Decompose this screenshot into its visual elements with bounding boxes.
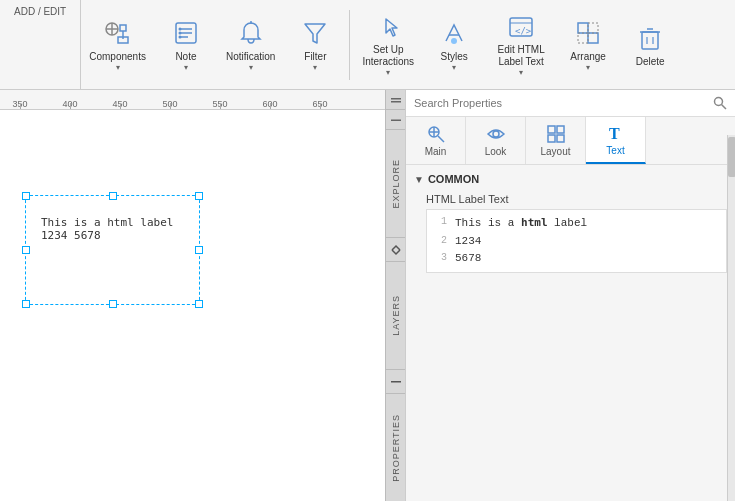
property-tabs: Main Look	[406, 117, 735, 165]
panel-expand-button[interactable]	[386, 90, 405, 110]
svg-rect-36	[548, 126, 555, 133]
minimize-icon-button[interactable]	[386, 370, 405, 394]
svg-rect-18	[588, 33, 598, 43]
components-button[interactable]: Components ▾	[81, 9, 154, 81]
notification-icon	[235, 17, 267, 49]
svg-rect-19	[578, 33, 588, 43]
explore-tab[interactable]: EXPLORE	[386, 130, 405, 238]
line-content-1: This is a html label	[455, 214, 587, 233]
delete-button[interactable]: Delete	[620, 9, 680, 81]
arrows-icon-button[interactable]	[386, 238, 405, 262]
filter-arrow: ▾	[313, 63, 317, 72]
components-arrow: ▾	[116, 63, 120, 72]
line-num-3: 3	[431, 250, 447, 268]
edit-html-button[interactable]: </> Edit HTMLLabel Text ▾	[486, 9, 556, 81]
svg-point-7	[178, 28, 181, 31]
main-tab-icon	[426, 124, 446, 144]
note-label: Note	[175, 51, 196, 63]
code-line-2: 2 1234	[431, 233, 722, 251]
text-tab-icon: T	[606, 123, 626, 143]
svg-point-8	[178, 32, 181, 35]
common-section-header: ▼ COMMON	[414, 173, 727, 185]
filter-label: Filter	[304, 51, 326, 63]
handle-bottom-left[interactable]	[22, 300, 30, 308]
svg-rect-39	[557, 135, 564, 142]
note-button[interactable]: Note ▾	[156, 9, 216, 81]
components-label: Components	[89, 51, 146, 63]
search-bar	[406, 90, 735, 117]
handle-top-left[interactable]	[22, 192, 30, 200]
scrollbar-thumb[interactable]	[728, 137, 735, 177]
html-label-text-property: HTML Label Text 1 This is a html label 2…	[426, 193, 727, 273]
delete-label: Delete	[636, 56, 665, 68]
code-line-3: 3 5678	[431, 250, 722, 268]
edit-html-arrow: ▾	[519, 68, 523, 77]
scrollbar-track[interactable]	[727, 135, 735, 501]
layers-tab[interactable]: LAYERS	[386, 262, 405, 370]
properties-content: ▼ COMMON HTML Label Text 1 This is a htm…	[406, 165, 735, 501]
tab-main[interactable]: Main	[406, 117, 466, 164]
svg-rect-20	[588, 23, 598, 33]
note-icon	[170, 17, 202, 49]
add-edit-label: ADD / EDIT	[8, 2, 72, 21]
toolbar-divider-1	[349, 10, 350, 80]
handle-top-right[interactable]	[195, 192, 203, 200]
styles-icon	[438, 17, 470, 49]
svg-point-35	[493, 131, 499, 137]
tab-text[interactable]: T Text	[586, 117, 646, 164]
search-icon	[713, 96, 727, 110]
line-num-1: 1	[431, 214, 447, 233]
handle-middle-right[interactable]	[195, 246, 203, 254]
canvas-content[interactable]: This is a html label 1234 5678	[0, 110, 385, 501]
svg-text:T: T	[609, 125, 620, 142]
components-icon	[102, 17, 134, 49]
svg-rect-29	[391, 381, 401, 383]
svg-rect-28	[391, 119, 401, 121]
svg-rect-37	[557, 126, 564, 133]
html-label-code-editor[interactable]: 1 This is a html label 2 1234 3 5678	[426, 209, 727, 273]
tab-main-label: Main	[425, 146, 447, 157]
arrange-arrow: ▾	[586, 63, 590, 72]
handle-bottom-middle[interactable]	[109, 300, 117, 308]
common-section-label: COMMON	[428, 173, 479, 185]
toolbar: ADD / EDIT Components ▾	[0, 0, 735, 90]
selected-element[interactable]: This is a html label 1234 5678	[25, 195, 200, 305]
styles-arrow: ▾	[452, 63, 456, 72]
side-panel-container: EXPLORE LAYERS PROPERTIES	[385, 90, 405, 501]
add-edit-section: ADD / EDIT	[0, 0, 81, 89]
filter-icon	[299, 17, 331, 49]
code-line-1: 1 This is a html label	[431, 214, 722, 233]
svg-point-13	[451, 38, 457, 44]
properties-panel: Main Look	[405, 90, 735, 501]
collapse-icon[interactable]: ▼	[414, 174, 424, 185]
edit-html-icon: </>	[505, 13, 537, 42]
canvas-area[interactable]: 350 400 450 500 550 600 650 This is a ht…	[0, 90, 385, 501]
styles-button[interactable]: Styles ▾	[424, 9, 484, 81]
svg-marker-11	[305, 24, 325, 43]
handle-top-middle[interactable]	[109, 192, 117, 200]
line-content-2: 1234	[455, 233, 481, 251]
notification-button[interactable]: Notification ▾	[218, 9, 283, 81]
properties-tab[interactable]: PROPERTIES	[386, 394, 405, 501]
tab-layout[interactable]: Layout	[526, 117, 586, 164]
tab-look[interactable]: Look	[466, 117, 526, 164]
tab-layout-label: Layout	[540, 146, 570, 157]
note-arrow: ▾	[184, 63, 188, 72]
search-input[interactable]	[414, 97, 713, 109]
svg-rect-38	[548, 135, 555, 142]
panel-minimize-button[interactable]	[386, 110, 405, 130]
svg-rect-26	[391, 98, 401, 100]
tab-text-label: Text	[606, 145, 624, 156]
arrange-button[interactable]: Arrange ▾	[558, 9, 618, 81]
line-num-2: 2	[431, 233, 447, 251]
handle-middle-left[interactable]	[22, 246, 30, 254]
styles-label: Styles	[440, 51, 467, 63]
layout-tab-icon	[546, 124, 566, 144]
explore-tab-label: EXPLORE	[391, 159, 401, 209]
interactions-icon	[372, 13, 404, 42]
setup-interactions-button[interactable]: Set UpInteractions ▾	[354, 9, 422, 81]
handle-bottom-right[interactable]	[195, 300, 203, 308]
svg-rect-21	[642, 32, 658, 49]
tab-look-label: Look	[485, 146, 507, 157]
filter-button[interactable]: Filter ▾	[285, 9, 345, 81]
